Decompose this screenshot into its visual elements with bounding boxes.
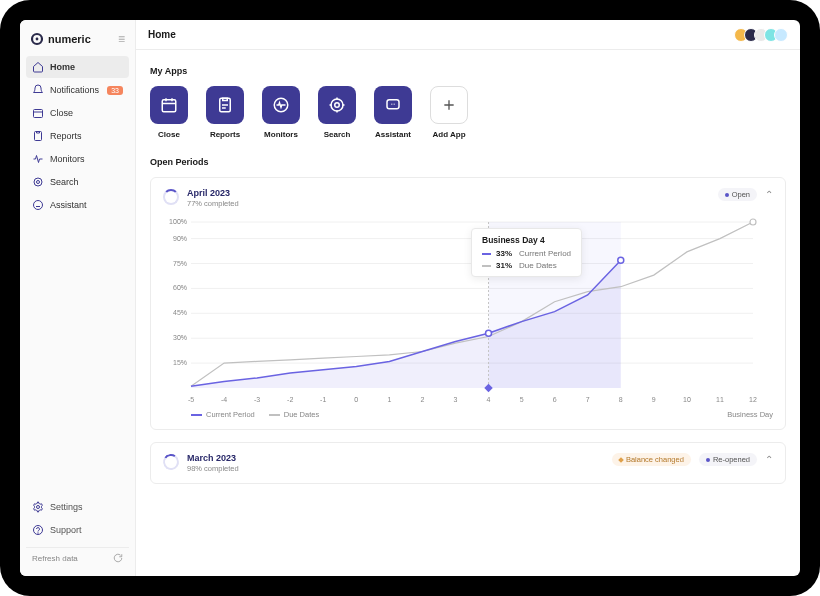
svg-point-18	[335, 103, 340, 108]
x-axis-label: Business Day	[727, 410, 773, 419]
app-add[interactable]: Add App	[430, 86, 468, 139]
svg-text:7: 7	[586, 396, 590, 403]
svg-point-41	[750, 219, 756, 225]
svg-text:6: 6	[553, 396, 557, 403]
app-close[interactable]: Close	[150, 86, 188, 139]
svg-text:9: 9	[652, 396, 656, 403]
svg-text:12: 12	[749, 396, 757, 403]
svg-text:0: 0	[354, 396, 358, 403]
sidebar-item-label: Notifications	[50, 85, 99, 95]
pulse-icon	[32, 153, 44, 165]
svg-point-6	[37, 181, 40, 184]
clipboard-icon	[206, 86, 244, 124]
svg-point-10	[38, 533, 39, 534]
main: Home My Apps Close	[136, 20, 800, 576]
period-title: April 2023	[187, 188, 239, 198]
sidebar-item-reports[interactable]: Reports	[26, 125, 129, 147]
sidebar: numeric ≡ Home Notifications 33 Close	[20, 20, 136, 576]
target-icon	[32, 176, 44, 188]
svg-text:1: 1	[387, 396, 391, 403]
bell-icon	[32, 84, 44, 96]
collapse-sidebar-icon[interactable]: ≡	[118, 32, 125, 46]
content-scroll[interactable]: My Apps Close Reports Monitors	[136, 50, 800, 576]
svg-rect-11	[162, 100, 176, 112]
refresh-data-button[interactable]: Refresh data	[26, 547, 129, 568]
app-monitors[interactable]: Monitors	[262, 86, 300, 139]
app-label: Close	[158, 130, 180, 139]
period-header[interactable]: April 2023 77% completed Open ⌃	[163, 188, 773, 208]
page-title: Home	[148, 29, 176, 40]
target-icon	[318, 86, 356, 124]
svg-rect-19	[387, 100, 399, 109]
app-search[interactable]: Search	[318, 86, 356, 139]
svg-text:-1: -1	[320, 396, 326, 403]
collapse-icon[interactable]: ⌃	[765, 189, 773, 200]
sidebar-item-close[interactable]: Close	[26, 102, 129, 124]
avatar[interactable]	[774, 28, 788, 42]
sidebar-item-label: Close	[50, 108, 73, 118]
app-label: Search	[324, 130, 351, 139]
chart-legend: Current Period Due Dates Business Day	[163, 410, 773, 419]
home-icon	[32, 61, 44, 73]
nav-primary: Home Notifications 33 Close Reports	[26, 56, 129, 216]
period-subtitle: 77% completed	[187, 199, 239, 208]
period-header[interactable]: March 2023 98% completed Balance changed…	[163, 453, 773, 473]
sidebar-item-monitors[interactable]: Monitors	[26, 148, 129, 170]
svg-text:100%: 100%	[169, 218, 187, 225]
svg-text:11: 11	[716, 396, 724, 403]
sidebar-item-label: Settings	[50, 502, 83, 512]
sidebar-item-home[interactable]: Home	[26, 56, 129, 78]
svg-text:-2: -2	[287, 396, 293, 403]
sidebar-item-assistant[interactable]: Assistant	[26, 194, 129, 216]
svg-text:15%: 15%	[173, 359, 187, 366]
app-label: Reports	[210, 130, 240, 139]
svg-rect-2	[34, 110, 43, 118]
svg-point-17	[331, 99, 343, 111]
svg-text:-5: -5	[188, 396, 194, 403]
svg-text:5: 5	[520, 396, 524, 403]
legend-due: Due Dates	[269, 410, 319, 419]
period-title: March 2023	[187, 453, 239, 463]
screen: numeric ≡ Home Notifications 33 Close	[20, 20, 800, 576]
refresh-label: Refresh data	[32, 554, 78, 563]
plus-icon	[430, 86, 468, 124]
chart[interactable]: 15%30%45%60%75%90%100% -5-4-3-2-10123456…	[163, 216, 773, 406]
logo: numeric ≡	[26, 28, 129, 56]
sidebar-item-label: Assistant	[50, 200, 87, 210]
chat-icon	[374, 86, 412, 124]
help-icon	[32, 524, 44, 536]
sidebar-item-label: Reports	[50, 131, 82, 141]
svg-text:4: 4	[487, 396, 491, 403]
chart-tooltip: Business Day 4 33% Current Period 31% Du…	[471, 228, 582, 277]
app-label: Assistant	[375, 130, 411, 139]
sidebar-item-notifications[interactable]: Notifications 33	[26, 79, 129, 101]
legend-current: Current Period	[191, 410, 255, 419]
sidebar-item-search[interactable]: Search	[26, 171, 129, 193]
period-subtitle: 98% completed	[187, 464, 239, 473]
svg-text:2: 2	[420, 396, 424, 403]
status-pill-balance-changed: Balance changed	[612, 453, 691, 466]
svg-point-7	[34, 201, 43, 210]
svg-text:60%: 60%	[173, 284, 187, 291]
sidebar-item-label: Search	[50, 177, 79, 187]
svg-point-1	[36, 38, 39, 41]
svg-point-39	[486, 330, 492, 336]
svg-text:-4: -4	[221, 396, 227, 403]
tooltip-title: Business Day 4	[482, 235, 571, 245]
sidebar-item-settings[interactable]: Settings	[26, 496, 129, 518]
expand-icon[interactable]: ⌃	[765, 454, 773, 465]
svg-text:10: 10	[683, 396, 691, 403]
pulse-icon	[262, 86, 300, 124]
collaborator-avatars[interactable]	[738, 28, 788, 42]
progress-ring-icon	[163, 189, 179, 205]
clipboard-icon	[32, 130, 44, 142]
app-reports[interactable]: Reports	[206, 86, 244, 139]
apps-row: Close Reports Monitors Search	[150, 86, 786, 139]
svg-text:45%: 45%	[173, 309, 187, 316]
logo-text: numeric	[48, 33, 91, 45]
status-pill-reopened: Re-opened	[699, 453, 757, 466]
progress-ring-icon	[162, 453, 181, 472]
app-assistant[interactable]: Assistant	[374, 86, 412, 139]
sidebar-item-support[interactable]: Support	[26, 519, 129, 541]
svg-point-5	[34, 178, 42, 186]
